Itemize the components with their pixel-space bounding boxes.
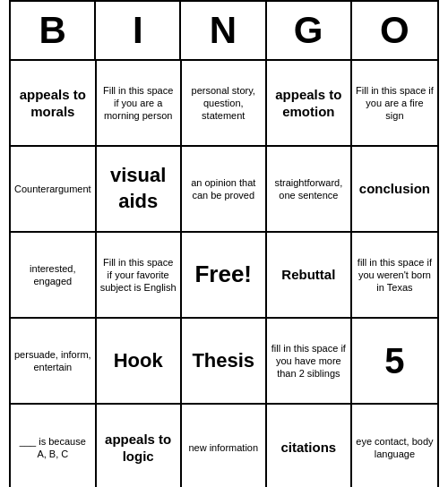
- bingo-cell-22: new information: [182, 405, 267, 487]
- bingo-cell-17: Thesis: [182, 319, 267, 405]
- bingo-cell-16: Hook: [97, 319, 182, 405]
- bingo-header: BINGO: [11, 2, 437, 61]
- bingo-cell-20: ___ is because A, B, C: [11, 405, 97, 487]
- bingo-cell-1: Fill in this space if you are a morning …: [97, 61, 182, 147]
- bingo-cell-6: visual aids: [97, 147, 182, 233]
- header-letter-G: G: [267, 2, 352, 59]
- bingo-cell-13: Rebuttal: [267, 233, 352, 319]
- bingo-cell-24: eye contact, body language: [352, 405, 437, 487]
- header-letter-N: N: [181, 2, 266, 59]
- bingo-cell-2: personal story, question, statement: [182, 61, 267, 147]
- bingo-cell-10: interested, engaged: [11, 233, 97, 319]
- bingo-cell-4: Fill in this space if you are a fire sig…: [352, 61, 437, 147]
- header-letter-B: B: [11, 2, 96, 59]
- bingo-cell-11: Fill in this space if your favorite subj…: [97, 233, 182, 319]
- bingo-card: BINGO appeals to moralsFill in this spac…: [9, 0, 439, 487]
- bingo-cell-5: Counterargument: [11, 147, 97, 233]
- bingo-cell-21: appeals to logic: [97, 405, 182, 487]
- bingo-cell-14: fill in this space if you weren't born i…: [352, 233, 437, 319]
- header-letter-I: I: [96, 2, 181, 59]
- bingo-cell-0: appeals to morals: [11, 61, 97, 147]
- bingo-cell-12: Free!: [182, 233, 267, 319]
- bingo-cell-15: persuade, inform, entertain: [11, 319, 97, 405]
- bingo-cell-23: citations: [267, 405, 352, 487]
- bingo-cell-7: an opinion that can be proved: [182, 147, 267, 233]
- bingo-cell-8: straightforward, one sentence: [267, 147, 352, 233]
- bingo-grid: appeals to moralsFill in this space if y…: [11, 61, 437, 487]
- bingo-cell-18: fill in this space if you have more than…: [267, 319, 352, 405]
- header-letter-O: O: [352, 2, 437, 59]
- bingo-cell-9: conclusion: [352, 147, 437, 233]
- bingo-cell-19: 5: [352, 319, 437, 405]
- bingo-cell-3: appeals to emotion: [267, 61, 352, 147]
